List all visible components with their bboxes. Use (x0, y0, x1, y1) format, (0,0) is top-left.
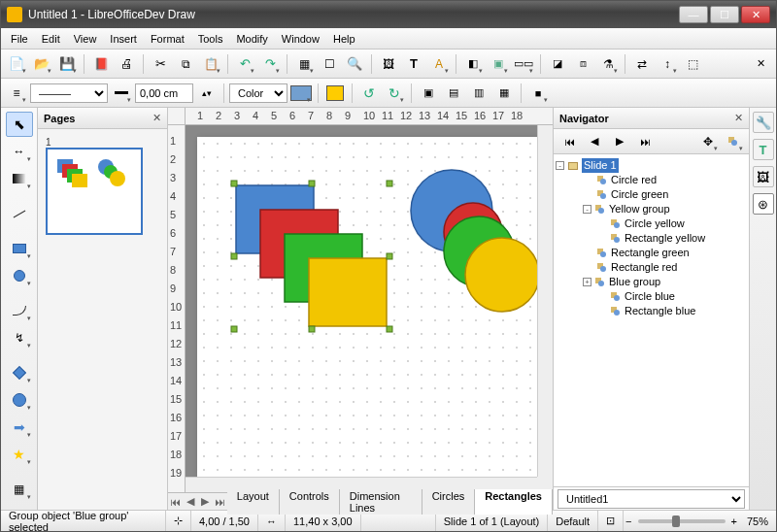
gradient-tool[interactable] (6, 166, 33, 191)
tree-item[interactable]: Circle blue (556, 289, 747, 304)
menu-format[interactable]: Format (145, 31, 190, 47)
undo-button[interactable]: ↶ (233, 52, 256, 76)
tab-last-icon[interactable]: ⏭ (213, 496, 227, 508)
tab-next-icon[interactable]: ▶ (197, 495, 212, 508)
nav-dragmode-icon[interactable]: ✥ (696, 130, 720, 153)
tree-item[interactable]: Circle green (556, 187, 747, 202)
connector-tool[interactable]: ↯ (6, 325, 33, 350)
sidebar-tab-properties[interactable]: 🔧 (753, 112, 774, 133)
line-tool[interactable] (6, 201, 33, 226)
sidebar-tab-styles[interactable]: T (753, 139, 774, 160)
vertical-scrollbar[interactable] (537, 125, 553, 477)
tree-item[interactable]: -Slide 1 (556, 158, 747, 173)
text-button[interactable]: T (402, 52, 425, 76)
status-zoom[interactable]: 75% (739, 511, 776, 531)
save-button[interactable]: 💾 (55, 52, 79, 76)
to-back-icon[interactable]: ▦ (492, 82, 516, 105)
navigator-close-icon[interactable]: ✕ (734, 112, 743, 124)
maximize-button[interactable]: ☐ (710, 6, 739, 23)
3d-shapes-tool[interactable]: ▦ (6, 477, 33, 502)
ellipse-tool[interactable] (6, 263, 33, 288)
tab-prev-icon[interactable]: ◀ (183, 495, 197, 508)
sidebar-tab-gallery[interactable]: 🖼 (753, 166, 774, 187)
shadow-toggle[interactable] (323, 82, 347, 105)
curve-tool[interactable] (6, 298, 33, 323)
close-toolbar-icon[interactable]: ✕ (749, 52, 772, 76)
line-width-input[interactable] (135, 83, 193, 103)
zoom-slider[interactable] (638, 519, 726, 523)
layer-tab-circles[interactable]: Circles (422, 489, 476, 515)
menu-window[interactable]: Window (276, 31, 325, 47)
menu-view[interactable]: View (68, 31, 103, 47)
redo-button[interactable]: ↷ (258, 52, 282, 76)
export-pdf-button[interactable]: 📕 (89, 52, 113, 76)
grid-button[interactable]: ▦ (292, 52, 316, 76)
star-shapes-tool[interactable]: ★ (6, 442, 33, 467)
drawing-page[interactable] (197, 137, 537, 477)
print-button[interactable]: 🖨 (115, 52, 138, 76)
select-tool[interactable]: ⬉ (6, 112, 33, 137)
position-button[interactable]: ↕ (656, 52, 679, 76)
tree-item[interactable]: Rectangle yellow (556, 231, 747, 246)
menu-modify[interactable]: Modify (230, 31, 273, 47)
zoom-in-icon[interactable]: + (731, 515, 737, 527)
arrange-button[interactable]: ▣ (487, 52, 510, 76)
tree-item[interactable]: Rectangle blue (556, 304, 747, 318)
navigator-doc-select[interactable]: Untitled1 (557, 489, 745, 509)
basic-shapes-tool[interactable] (6, 360, 33, 385)
sidebar-tab-navigator[interactable]: ⊛ (753, 193, 774, 215)
open-button[interactable]: 📂 (30, 52, 53, 76)
align-button[interactable]: ◧ (461, 52, 485, 76)
drawing-viewport[interactable] (186, 125, 537, 477)
guides-button[interactable]: ☐ (318, 52, 341, 76)
extra-button[interactable]: ■ (526, 82, 550, 105)
layer-tab-controls[interactable]: Controls (280, 489, 340, 515)
nav-last-icon[interactable]: ⏭ (633, 130, 657, 153)
fontwork-button[interactable]: A (427, 52, 451, 76)
flip-button[interactable]: ⇄ (630, 52, 654, 76)
3d-button[interactable]: ⬚ (681, 52, 704, 76)
tree-item[interactable]: Circle red (556, 173, 747, 187)
zoom-button[interactable]: 🔍 (343, 52, 366, 76)
tab-first-icon[interactable]: ⏮ (168, 496, 183, 508)
nav-next-icon[interactable]: ▶ (608, 130, 631, 153)
to-front-icon[interactable]: ▣ (417, 82, 440, 105)
line-color-button[interactable] (110, 82, 133, 105)
distribute-button[interactable]: ▭▭ (512, 52, 535, 76)
status-fit-icon[interactable]: ⊡ (598, 511, 624, 531)
fill-color-button[interactable] (289, 82, 313, 105)
tree-item[interactable]: Circle yellow (556, 216, 747, 231)
tree-item[interactable]: +Blue group (556, 275, 747, 289)
slide-thumbnail[interactable] (46, 148, 143, 235)
tree-item[interactable]: Rectangle green (556, 246, 747, 260)
tree-item[interactable]: Rectangle red (556, 260, 747, 275)
spinner-icon[interactable]: ▴▾ (195, 82, 219, 105)
zoom-out-icon[interactable]: − (625, 515, 631, 527)
pages-panel-close-icon[interactable]: ✕ (152, 112, 161, 124)
rotate-right-icon[interactable]: ↻ (383, 82, 406, 105)
filter-button[interactable]: ⚗ (596, 52, 620, 76)
arrow-shapes-tool[interactable]: ➡ (6, 415, 33, 440)
close-button[interactable]: ✕ (741, 6, 770, 23)
navigator-tree[interactable]: -Slide 1Circle redCircle green-Yellow gr… (554, 154, 749, 486)
paste-button[interactable]: 📋 (199, 52, 222, 76)
nav-shapes-icon[interactable] (722, 130, 745, 153)
forward-icon[interactable]: ▤ (442, 82, 465, 105)
menu-edit[interactable]: Edit (36, 31, 66, 47)
fill-type-select[interactable]: Color (229, 83, 287, 103)
layer-tab-dimension-lines[interactable]: Dimension Lines (340, 489, 422, 515)
menu-insert[interactable]: Insert (104, 31, 143, 47)
crop-button[interactable]: ⧈ (571, 52, 594, 76)
image-button[interactable]: 🖼 (377, 52, 400, 76)
nav-first-icon[interactable]: ⏮ (557, 130, 581, 153)
minimize-button[interactable]: — (679, 6, 708, 23)
rotate-left-icon[interactable]: ↺ (357, 82, 381, 105)
rectangle-tool[interactable] (6, 236, 33, 261)
line-arrow-tool[interactable]: ↔ (6, 139, 33, 164)
shadow-button[interactable]: ◪ (546, 52, 569, 76)
menu-file[interactable]: File (5, 31, 34, 47)
line-pattern-select[interactable]: ——— (30, 83, 108, 103)
nav-prev-icon[interactable]: ◀ (583, 130, 606, 153)
copy-button[interactable]: ⧉ (174, 52, 197, 76)
new-button[interactable]: 📄 (5, 52, 28, 76)
